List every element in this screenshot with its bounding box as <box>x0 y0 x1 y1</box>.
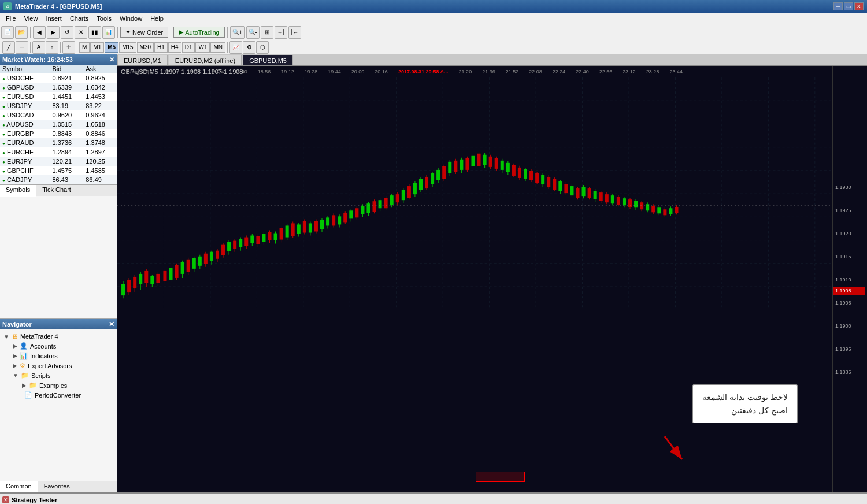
menu-file[interactable]: File <box>2 14 20 23</box>
market-watch-panel: Market Watch: 16:24:53 ✕ Symbol Bid Ask … <box>0 54 117 319</box>
market-watch-row[interactable]: ● EURGBP 0.8843 0.8846 <box>0 129 117 138</box>
nav-period-converter[interactable]: 📄 PeriodConverter <box>20 390 116 400</box>
arrow-tool[interactable]: ↑ <box>46 41 58 54</box>
period-m1[interactable]: M1 <box>90 42 104 53</box>
text-tool[interactable]: A <box>32 41 45 54</box>
market-watch-row[interactable]: ● USDCHF 0.8921 0.8925 <box>0 73 117 83</box>
tab-favorites[interactable]: Favorites <box>38 481 76 492</box>
scroll-left-button[interactable]: |← <box>288 26 301 39</box>
market-watch-row[interactable]: ● EURJPY 120.21 120.25 <box>0 157 117 166</box>
chart-candle[interactable]: 📊 <box>102 26 115 39</box>
line-tool[interactable]: ╱ <box>2 41 15 54</box>
market-watch-row[interactable]: ● EURCHF 1.2894 1.2897 <box>0 147 117 157</box>
zoom-out-button[interactable]: 🔍- <box>246 26 260 39</box>
nav-period-converter-label: PeriodConverter <box>35 392 81 399</box>
tester-close-button[interactable]: ✕ <box>2 496 9 503</box>
nav-root[interactable]: ▼ 🖥 MetaTrader 4 <box>1 332 116 341</box>
zoom-in-button[interactable]: 🔍+ <box>230 26 245 39</box>
tooltip-line1: لاحظ توقيت بداية الشمعه <box>702 391 788 403</box>
ask-cell: 0.9624 <box>83 110 117 120</box>
ask-cell: 120.25 <box>83 157 117 166</box>
chart-tab-eurusd-m1[interactable]: EURUSD,M1 <box>117 55 168 65</box>
nav-expert-advisors[interactable]: ▶ ⚙ Expert Advisors <box>10 361 116 370</box>
menu-view[interactable]: View <box>21 14 42 23</box>
svg-rect-91 <box>314 221 318 231</box>
market-watch-row[interactable]: ● EURUSD 1.4451 1.4453 <box>0 92 117 101</box>
nav-examples[interactable]: ▶ 📁 Examples <box>20 380 116 390</box>
nav-accounts-label: Accounts <box>30 343 56 350</box>
cursor-tool[interactable]: ✛ <box>62 41 75 54</box>
period-h1[interactable]: H1 <box>154 42 168 53</box>
svg-rect-145 <box>471 156 475 166</box>
expert-advisor[interactable]: ⚙ <box>243 41 255 54</box>
svg-text:1.1908: 1.1908 <box>835 288 851 294</box>
market-watch-row[interactable]: ● CADJPY 86.43 86.49 <box>0 175 117 184</box>
stop-button[interactable]: ✕ <box>75 26 87 39</box>
period-m15[interactable]: M15 <box>119 42 136 53</box>
new-order-button[interactable]: ✦New Order <box>120 27 168 38</box>
restore-button[interactable]: ▭ <box>844 2 853 10</box>
candlestick-chart <box>117 77 832 310</box>
symbol-cell: ● AUDUSD <box>0 120 50 129</box>
period-m[interactable]: M <box>79 42 90 53</box>
period-m5[interactable]: M5 <box>105 42 118 53</box>
chart-indicator[interactable]: 📈 <box>229 41 242 54</box>
chart-tab-gbpusd-m5[interactable]: GBPUSD,M5 <box>243 55 293 65</box>
chart-objects[interactable]: ⬡ <box>256 41 269 54</box>
period-d1[interactable]: D1 <box>182 42 195 53</box>
market-watch-row[interactable]: ● AUDUSD 1.0515 1.0518 <box>0 120 117 129</box>
auto-trading-button[interactable]: ▶AutoTrading <box>173 27 225 38</box>
nav-indicators[interactable]: ▶ 📊 Indicators <box>10 351 116 361</box>
svg-rect-87 <box>303 221 306 232</box>
chart-tab-eurusd-m2[interactable]: EURUSD,M2 (offline) <box>169 55 242 65</box>
svg-rect-29 <box>133 277 136 288</box>
svg-rect-211 <box>663 209 666 215</box>
market-watch-row[interactable]: ● GBPCHF 1.4575 1.4585 <box>0 166 117 175</box>
menu-charts[interactable]: Charts <box>66 14 92 23</box>
chart-tooltip: لاحظ توقيت بداية الشمعه اصبح كل دقيقتين <box>692 384 798 423</box>
tab-tick-chart[interactable]: Tick Chart <box>36 185 77 196</box>
scroll-right-button[interactable]: →| <box>275 26 287 39</box>
menu-help[interactable]: Help <box>147 14 167 23</box>
market-watch-row[interactable]: ● GBPUSD 1.6339 1.6342 <box>0 83 117 92</box>
grid-button[interactable]: ⊞ <box>261 26 273 39</box>
market-watch-row[interactable]: ● USDCAD 0.9620 0.9624 <box>0 110 117 120</box>
svg-rect-209 <box>657 207 661 213</box>
close-button[interactable]: ✕ <box>854 2 864 10</box>
svg-rect-59 <box>221 245 225 255</box>
svg-rect-39 <box>163 271 166 281</box>
market-watch-row[interactable]: ● EURAUD 1.3736 1.3748 <box>0 138 117 147</box>
forward-button[interactable]: ▶ <box>47 26 60 39</box>
new-button[interactable]: 📄 <box>1 26 14 39</box>
period-mn[interactable]: MN <box>210 42 225 53</box>
refresh-button[interactable]: ↺ <box>61 26 73 39</box>
bid-cell: 83.19 <box>50 101 83 110</box>
tab-symbols[interactable]: Symbols <box>0 185 36 197</box>
back-button[interactable]: ◀ <box>33 26 46 39</box>
ask-cell: 86.49 <box>83 175 117 184</box>
hline-tool[interactable]: ─ <box>16 41 28 54</box>
svg-rect-41 <box>169 268 173 280</box>
symbol-cell: ● EURUSD <box>0 92 50 101</box>
open-button[interactable]: 📂 <box>15 26 28 39</box>
svg-rect-141 <box>460 160 463 170</box>
svg-rect-101 <box>343 213 347 222</box>
menu-insert[interactable]: Insert <box>42 14 65 23</box>
period-w1[interactable]: W1 <box>195 42 210 53</box>
tab-common[interactable]: Common <box>0 481 38 492</box>
market-watch-row[interactable]: ● USDJPY 83.19 83.22 <box>0 101 117 110</box>
nav-scripts[interactable]: ▼ 📁 Scripts <box>10 370 116 380</box>
menu-window[interactable]: Window <box>116 14 146 23</box>
ask-cell: 0.8846 <box>83 129 117 138</box>
svg-rect-201 <box>634 201 638 207</box>
period-m30[interactable]: M30 <box>137 42 154 53</box>
nav-accounts[interactable]: ▶ 👤 Accounts <box>10 341 116 351</box>
period-h4[interactable]: H4 <box>168 42 181 53</box>
navigator-close[interactable]: ✕ <box>109 320 114 328</box>
market-watch-close[interactable]: ✕ <box>109 56 114 64</box>
menu-tools[interactable]: Tools <box>93 14 115 23</box>
minimize-button[interactable]: ─ <box>833 2 843 10</box>
svg-rect-169 <box>541 175 544 184</box>
chart-bar[interactable]: ▮▮ <box>88 26 101 39</box>
svg-rect-93 <box>320 220 324 229</box>
